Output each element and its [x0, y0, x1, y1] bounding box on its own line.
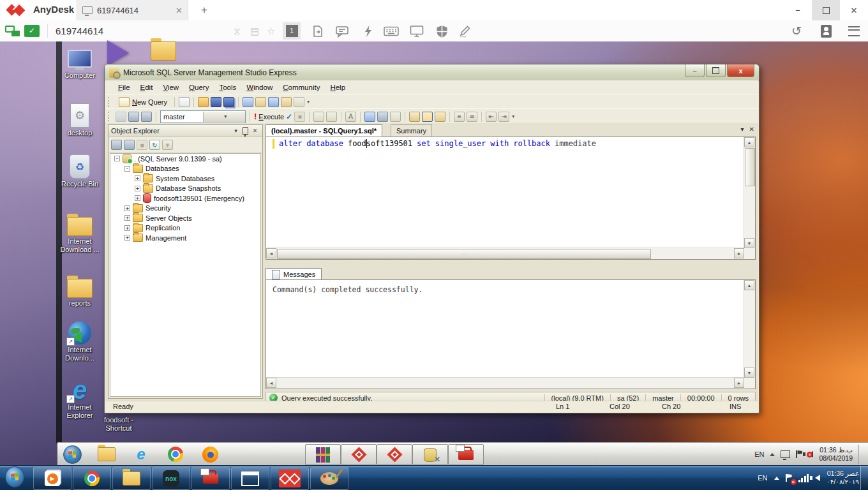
remote-start-button[interactable]: [63, 445, 82, 463]
tree-item-system-databases[interactable]: + System Databases: [110, 174, 260, 184]
script-doc-icon[interactable]: [243, 97, 253, 107]
panel-close-icon[interactable]: ✕: [250, 128, 260, 134]
network-display-icon[interactable]: [781, 450, 790, 458]
oe-disconnect-icon[interactable]: [124, 140, 135, 150]
tree-collapse-toggle[interactable]: -: [124, 166, 130, 172]
ssms-minimize-button[interactable]: −: [685, 64, 705, 77]
tree-item-replication[interactable]: + Replication: [110, 223, 260, 234]
window-minimize-button[interactable]: −: [784, 0, 812, 20]
local-taskbar-anydesk-active[interactable]: [271, 467, 309, 490]
remote-language-indicator[interactable]: EN: [754, 450, 764, 458]
remote-show-desktop-button[interactable]: [858, 445, 863, 464]
uncomment-icon[interactable]: ≌: [467, 112, 477, 122]
menu-help[interactable]: Help: [325, 82, 350, 93]
actions-lightning-icon[interactable]: [361, 24, 376, 38]
new-query-button[interactable]: New Query: [116, 96, 170, 108]
save-all-icon[interactable]: [223, 97, 234, 107]
new-tab-button[interactable]: +: [197, 3, 212, 18]
specify-template-icon[interactable]: [364, 112, 375, 122]
local-taskbar-explorer[interactable]: [112, 467, 151, 490]
decrease-indent-icon[interactable]: ⇤: [486, 112, 497, 122]
editor-vertical-scrollbar[interactable]: ▲ ▼: [744, 137, 755, 248]
remote-taskbar-anydesk-1[interactable]: [341, 444, 377, 465]
results-text-icon[interactable]: [409, 112, 420, 122]
local-taskbar-media-player[interactable]: ▶: [33, 467, 71, 490]
tree-expand-toggle[interactable]: +: [124, 205, 130, 211]
menu-query[interactable]: Query: [184, 82, 214, 93]
disconnect-icon[interactable]: [128, 112, 139, 122]
display-settings-icon[interactable]: [409, 24, 424, 38]
show-hidden-icons-icon[interactable]: [770, 453, 775, 456]
comment-icon[interactable]: ≡: [454, 112, 465, 122]
template-explorer-icon[interactable]: [255, 97, 266, 107]
session-switch-icon[interactable]: [5, 25, 20, 40]
menu-icon[interactable]: [846, 24, 862, 38]
tree-item-security[interactable]: + Security: [110, 204, 260, 214]
sql-editor[interactable]: alterdatabasefoodsoft139501setsingle_use…: [266, 137, 756, 260]
increase-indent-icon[interactable]: ⇥: [498, 112, 509, 122]
window-restore-button[interactable]: [812, 0, 840, 20]
change-connection-icon[interactable]: [141, 112, 152, 122]
ssms-titlebar[interactable]: Microsoft SQL Server Management Studio E…: [105, 64, 759, 81]
document-close-icon[interactable]: ✕: [749, 126, 754, 133]
open-file-icon[interactable]: [198, 97, 209, 107]
database-combobox[interactable]: master ▾: [160, 110, 246, 123]
whiteboard-pencil-icon[interactable]: [457, 24, 472, 38]
remote-address[interactable]: 619744614: [47, 24, 103, 38]
desktop-icon-internet-explorer[interactable]: e↗ Internet Explorer: [56, 375, 103, 420]
toolbar-grip[interactable]: [108, 97, 112, 107]
tree-item-database-snapshots[interactable]: + Database Snapshots: [110, 184, 260, 194]
tree-expand-toggle[interactable]: +: [124, 215, 130, 221]
remote-clock[interactable]: ب.ظ 01:36 08/04/2019: [819, 446, 853, 463]
keyboard-icon[interactable]: [384, 24, 399, 38]
oe-refresh-icon[interactable]: ↻: [149, 140, 160, 150]
menu-edit[interactable]: Edit: [135, 82, 158, 93]
results-file-icon[interactable]: [435, 112, 445, 122]
designer-icon[interactable]: [377, 112, 388, 122]
scrollbar-thumb[interactable]: [745, 148, 755, 186]
local-taskbar-window-app[interactable]: [231, 467, 269, 490]
local-clock[interactable]: عصر 01:36 ۰۴/۰۸/۲۰۱۹: [827, 470, 859, 486]
remote-taskbar-firefox[interactable]: [200, 445, 220, 463]
connect-icon[interactable]: [116, 112, 126, 122]
desktop-icon-reports[interactable]: reports: [56, 271, 103, 308]
network-signal-icon[interactable]: [798, 474, 809, 482]
summary-page-icon[interactable]: [281, 97, 292, 107]
session-tab[interactable]: 619744614 ✕: [77, 0, 188, 20]
folder-shortcut-icon[interactable]: [151, 41, 175, 63]
window-close-button[interactable]: ✕: [840, 0, 868, 20]
desktop-icon-internet-download-folder[interactable]: Internet Download ...: [56, 209, 103, 254]
address-book-icon[interactable]: [818, 24, 834, 38]
tree-item-server-objects[interactable]: + Server Objects: [110, 213, 260, 223]
desktop-icon-idm[interactable]: ↗ Internet Downlo...: [56, 318, 103, 362]
menu-window[interactable]: Window: [241, 82, 278, 93]
desktop-icon-foodsoft-shortcut[interactable]: foodsoft - Shortcut: [94, 416, 143, 433]
menu-community[interactable]: Community: [278, 82, 325, 93]
tab-summary[interactable]: Summary: [391, 124, 432, 137]
save-icon[interactable]: [211, 97, 221, 107]
action-center-flag-icon[interactable]: [796, 450, 802, 458]
local-start-button[interactable]: [5, 468, 24, 486]
tree-expand-toggle[interactable]: +: [124, 225, 130, 231]
scrollbar-thumb[interactable]: ···: [277, 249, 651, 259]
menu-view[interactable]: View: [158, 82, 184, 93]
remote-taskbar-winrar[interactable]: [305, 444, 341, 465]
results-grid-icon[interactable]: [422, 112, 433, 122]
tree-item-management[interactable]: + Management: [110, 233, 260, 243]
ssms-maximize-button[interactable]: [706, 64, 726, 77]
messages-vertical-scrollbar[interactable]: ▲ ▼: [744, 280, 755, 378]
pin-icon[interactable]: [241, 126, 250, 135]
tree-expand-toggle[interactable]: +: [135, 195, 140, 201]
tree-collapse-toggle[interactable]: -: [114, 156, 120, 161]
remote-taskbar-explorer[interactable]: [97, 445, 116, 463]
history-icon[interactable]: ↺: [789, 24, 804, 38]
local-taskbar-nox[interactable]: nox: [152, 467, 190, 490]
intellisense-icon[interactable]: A: [345, 112, 356, 122]
file-transfer-icon[interactable]: [310, 24, 326, 38]
desktop-icon-computer[interactable]: Computer: [56, 43, 103, 80]
remote-taskbar-anydesk-2[interactable]: [377, 444, 412, 465]
window-properties-icon[interactable]: [294, 97, 304, 107]
tab-sqlquery1[interactable]: (local).master - SQLQuery1.sql*: [266, 124, 382, 137]
tab-messages[interactable]: Messages: [266, 268, 322, 280]
object-explorer-header[interactable]: Object Explorer ▾ ✕: [108, 125, 262, 137]
